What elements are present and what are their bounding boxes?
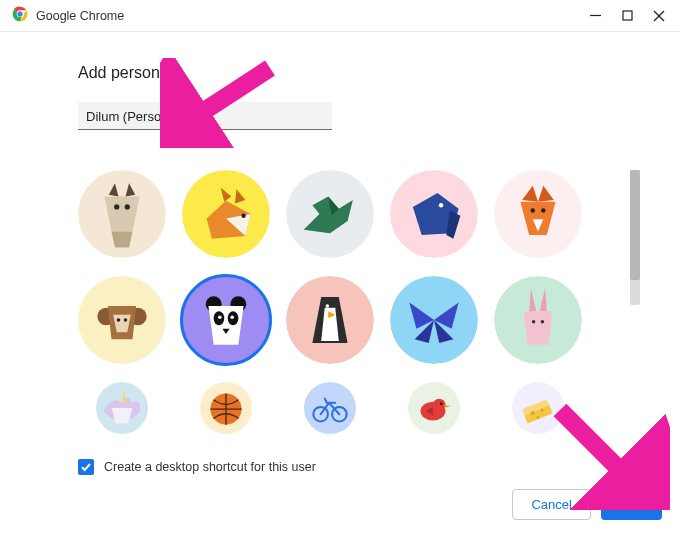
avatar-bird[interactable] bbox=[390, 382, 478, 434]
svg-point-26 bbox=[439, 203, 443, 207]
svg-point-64 bbox=[532, 320, 536, 324]
avatar-basketball[interactable] bbox=[182, 382, 270, 434]
avatar-scrollbar-thumb[interactable] bbox=[630, 170, 640, 280]
cancel-button[interactable]: Cancel bbox=[512, 489, 590, 520]
window-controls bbox=[588, 9, 672, 23]
avatar-origami-rabbit[interactable] bbox=[494, 276, 582, 364]
svg-point-54 bbox=[326, 304, 330, 308]
svg-marker-44 bbox=[208, 306, 243, 345]
svg-point-19 bbox=[241, 214, 245, 218]
svg-point-84 bbox=[541, 409, 544, 412]
svg-point-83 bbox=[531, 411, 535, 415]
svg-point-78 bbox=[440, 403, 443, 406]
avatar-origami-unicorn[interactable] bbox=[78, 382, 166, 434]
avatar-cheese[interactable] bbox=[494, 382, 582, 434]
chrome-icon bbox=[12, 6, 28, 26]
svg-point-40 bbox=[124, 318, 128, 322]
svg-point-12 bbox=[114, 204, 119, 209]
svg-marker-63 bbox=[524, 311, 552, 344]
person-name-input[interactable] bbox=[78, 102, 332, 130]
svg-point-48 bbox=[230, 316, 234, 320]
avatar-origami-monkey[interactable] bbox=[78, 276, 166, 364]
avatar-origami-fox[interactable] bbox=[494, 170, 582, 258]
avatar-picker bbox=[78, 170, 602, 434]
desktop-shortcut-label: Create a desktop shortcut for this user bbox=[104, 460, 316, 474]
dialog-heading: Add person bbox=[78, 64, 602, 82]
svg-point-47 bbox=[218, 316, 222, 320]
titlebar-left: Google Chrome bbox=[12, 6, 124, 26]
svg-point-33 bbox=[541, 208, 545, 212]
button-row: Cancel Add bbox=[78, 489, 662, 520]
svg-point-32 bbox=[531, 208, 535, 212]
svg-marker-11 bbox=[111, 232, 132, 248]
dialog-footer: Create a desktop shortcut for this user … bbox=[78, 459, 662, 520]
avatar-origami-dragon[interactable] bbox=[286, 170, 374, 258]
minimize-button[interactable] bbox=[588, 9, 602, 23]
svg-point-65 bbox=[541, 320, 545, 324]
svg-point-71 bbox=[304, 382, 356, 434]
svg-point-39 bbox=[117, 318, 121, 322]
avatar-origami-butterfly[interactable] bbox=[390, 276, 478, 364]
avatar-bicycle[interactable] bbox=[286, 382, 374, 434]
avatar-origami-cat[interactable] bbox=[78, 170, 166, 258]
svg-point-13 bbox=[125, 204, 130, 209]
avatar-origami-elephant[interactable] bbox=[390, 170, 478, 258]
svg-point-76 bbox=[433, 399, 445, 411]
name-field bbox=[78, 102, 332, 130]
svg-point-85 bbox=[536, 416, 539, 419]
avatar-origami-panda[interactable] bbox=[182, 276, 270, 364]
add-button[interactable]: Add bbox=[601, 489, 662, 520]
shortcut-row: Create a desktop shortcut for this user bbox=[78, 459, 662, 475]
maximize-button[interactable] bbox=[620, 9, 634, 23]
desktop-shortcut-checkbox[interactable] bbox=[78, 459, 94, 475]
svg-rect-4 bbox=[623, 11, 632, 20]
svg-point-2 bbox=[17, 11, 22, 16]
window-title: Google Chrome bbox=[36, 9, 124, 23]
avatar-origami-corgi[interactable] bbox=[182, 170, 270, 258]
dialog-content: Add person bbox=[0, 32, 680, 444]
window-titlebar: Google Chrome bbox=[0, 0, 680, 32]
close-button[interactable] bbox=[652, 9, 666, 23]
avatar-origami-penguin[interactable] bbox=[286, 276, 374, 364]
